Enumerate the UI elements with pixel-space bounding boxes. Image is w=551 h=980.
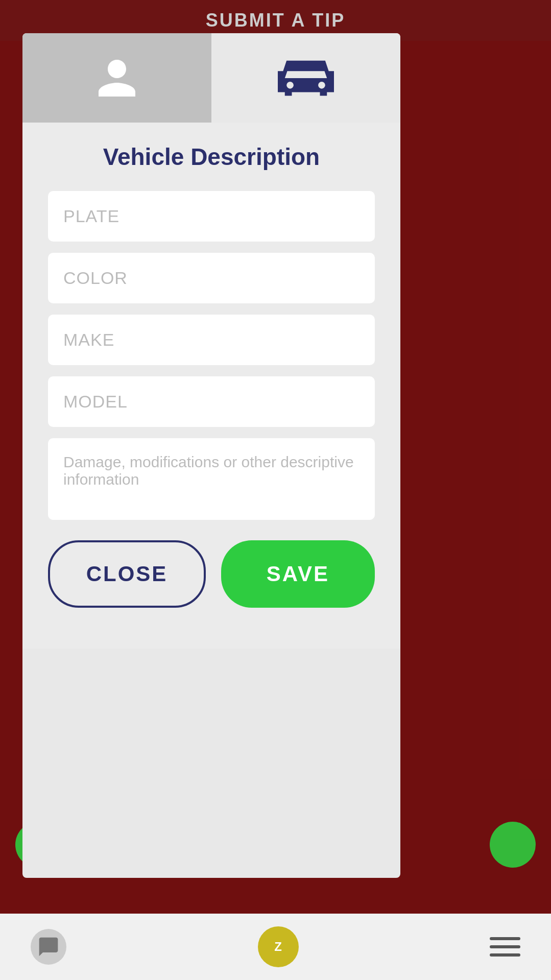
tab-person[interactable]	[22, 33, 211, 123]
menu-line-3	[490, 953, 520, 957]
page-title: SUBMIT A TIP	[206, 10, 345, 31]
person-icon	[94, 55, 140, 101]
chat-icon[interactable]	[31, 929, 66, 965]
modal-title: Vehicle Description	[48, 143, 375, 171]
close-button[interactable]: CLOSE	[48, 540, 206, 608]
tab-bar	[22, 33, 400, 123]
modal-content: Vehicle Description CLOSE SAVE	[22, 123, 400, 649]
make-input[interactable]	[48, 315, 375, 365]
bg-green-right-button[interactable]	[490, 822, 536, 868]
car-icon	[278, 55, 334, 101]
plate-input[interactable]	[48, 191, 375, 242]
vehicle-description-modal: Vehicle Description CLOSE SAVE	[22, 33, 400, 878]
save-button[interactable]: SAVE	[221, 540, 375, 608]
tab-vehicle[interactable]	[211, 33, 400, 123]
menu-line-1	[490, 937, 520, 940]
model-input[interactable]	[48, 376, 375, 427]
color-input[interactable]	[48, 253, 375, 303]
bottom-bar: Z	[0, 914, 551, 980]
description-textarea[interactable]	[48, 438, 375, 520]
button-row: CLOSE SAVE	[48, 540, 375, 628]
hamburger-menu-icon[interactable]	[490, 937, 520, 957]
app-logo: Z	[258, 926, 299, 967]
menu-line-2	[490, 945, 520, 948]
logo-letter: Z	[274, 940, 282, 954]
